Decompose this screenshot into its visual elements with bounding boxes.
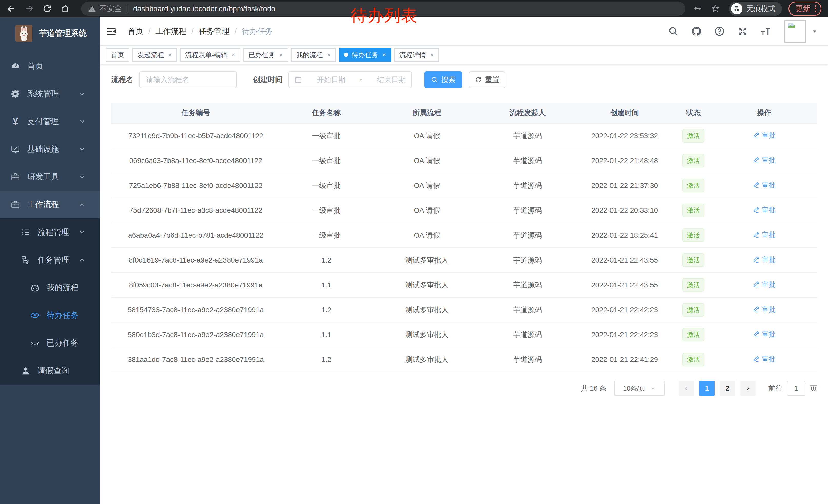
robot-icon [30, 283, 40, 292]
goto-page-input[interactable]: 1 [787, 381, 805, 396]
pagination: 共 16 条 10条/页 12 前往 1 页 [111, 381, 817, 396]
process-name-input[interactable]: 请输入流程名 [139, 71, 237, 88]
close-icon[interactable]: × [168, 52, 172, 58]
edit-icon [753, 331, 762, 338]
process-name: OA 请假 [372, 156, 482, 166]
approve-link[interactable]: 审批 [753, 155, 776, 165]
initiator: 芋道源码 [482, 205, 574, 215]
caret-down-icon[interactable] [811, 28, 818, 35]
close-icon[interactable]: × [279, 52, 283, 58]
sidebar-item-infra[interactable]: 基础设施 [0, 135, 100, 163]
initiator: 芋道源码 [482, 181, 574, 190]
search-button[interactable]: 搜索 [424, 71, 462, 88]
approve-link[interactable]: 审批 [753, 280, 776, 289]
initiator: 芋道源码 [482, 330, 574, 340]
task-id: 580e1b3d-7ac8-11ec-a9e2-a2380e71991a [111, 331, 280, 339]
create-time: 2022-01-22 21:48:48 [574, 156, 676, 165]
sidebar-item-process-mgmt[interactable]: 流程管理 [0, 218, 100, 246]
fullscreen-icon[interactable] [737, 26, 748, 37]
sidebar-item-home[interactable]: 首页 [0, 52, 100, 80]
edit-icon [753, 256, 762, 263]
process-name: OA 请假 [372, 181, 482, 190]
approve-link[interactable]: 审批 [753, 305, 776, 314]
edit-icon [753, 156, 762, 164]
table-row: a6aba0a4-7b6d-11ec-b781-acde48001122一级审批… [111, 223, 817, 247]
create-time: 2022-01-21 22:42:23 [574, 331, 676, 339]
tab-待办任务[interactable]: 待办任务× [339, 48, 391, 61]
approve-link[interactable]: 审批 [753, 255, 776, 264]
breadcrumb-item[interactable]: 工作流程 [156, 26, 186, 37]
close-icon[interactable]: × [430, 52, 434, 58]
menu-dots-icon[interactable] [815, 5, 817, 12]
sidebar-item-my-process[interactable]: 我的流程 [0, 274, 100, 302]
sidebar-item-task-mgmt[interactable]: 任务管理 [0, 246, 100, 274]
create-time: 2022-01-22 20:33:10 [574, 207, 676, 215]
create-time-label: 创建时间 [253, 75, 283, 85]
reset-button[interactable]: 重置 [469, 71, 505, 88]
close-icon[interactable]: × [382, 52, 386, 58]
tab-已办任务[interactable]: 已办任务× [243, 48, 288, 61]
approve-link[interactable]: 审批 [753, 355, 776, 364]
reload-icon[interactable] [43, 4, 53, 14]
status-cell: 激活 [676, 154, 711, 168]
status-cell: 激活 [676, 353, 711, 366]
breadcrumb-item[interactable]: 任务管理 [199, 26, 230, 37]
tab-发起流程[interactable]: 发起流程× [132, 48, 177, 61]
github-icon[interactable] [691, 26, 702, 37]
logo[interactable]: 芋道管理系统 [0, 21, 100, 46]
star-icon[interactable] [711, 4, 720, 13]
font-size-icon[interactable] [760, 26, 771, 37]
status-cell: 激活 [676, 303, 711, 317]
tree-icon [20, 255, 31, 265]
status-badge: 激活 [682, 129, 704, 142]
action-cell: 审批 [711, 280, 817, 290]
tab-流程表单-编辑[interactable]: 流程表单-编辑× [180, 48, 240, 61]
action-cell: 审批 [711, 205, 817, 215]
next-page-button[interactable] [740, 381, 756, 396]
approve-link[interactable]: 审批 [753, 330, 776, 339]
process-name-label: 流程名 [111, 75, 133, 85]
task-name: 1.1 [280, 281, 372, 289]
avatar[interactable] [784, 20, 806, 43]
status-badge: 激活 [682, 253, 704, 267]
sidebar-item-done-task[interactable]: 已办任务 [0, 329, 100, 357]
sidebar-item-system[interactable]: 系统管理 [0, 80, 100, 108]
approve-link[interactable]: 审批 [753, 131, 776, 140]
tab-流程详情[interactable]: 流程详情× [394, 48, 439, 61]
page-button-2[interactable]: 2 [720, 381, 735, 396]
task-id: 8f059c03-7ac8-11ec-a9e2-a2380e71991a [111, 281, 280, 289]
home-icon[interactable] [60, 4, 71, 14]
update-button[interactable]: 更新 [788, 2, 821, 16]
sidebar-item-workflow[interactable]: 工作流程 [0, 191, 100, 218]
chevron-down-icon [79, 90, 86, 97]
help-icon[interactable] [714, 26, 725, 37]
sidebar-item-leave-query[interactable]: 请假查询 [0, 357, 100, 384]
prev-page-button[interactable] [679, 381, 694, 396]
search-icon[interactable] [668, 26, 679, 37]
url-text: dashboard.yudao.iocoder.cn/bpm/task/todo [133, 5, 276, 13]
sidebar-item-todo-task[interactable]: 待办任务 [0, 302, 100, 329]
tab-首页[interactable]: 首页 [106, 48, 129, 61]
sidebar-collapse-icon[interactable] [106, 25, 119, 38]
end-date-placeholder: 结束日期 [377, 75, 406, 85]
page-button-1[interactable]: 1 [699, 381, 715, 396]
close-icon[interactable]: × [232, 52, 235, 58]
tab-我的流程[interactable]: 我的流程× [291, 48, 336, 61]
sidebar-item-payment[interactable]: ¥支付管理 [0, 108, 100, 135]
date-range-input[interactable]: 开始日期 - 结束日期 [288, 71, 412, 88]
sidebar-item-devtools[interactable]: 研发工具 [0, 163, 100, 191]
back-icon[interactable] [7, 4, 17, 14]
approve-link[interactable]: 审批 [753, 230, 776, 239]
page-size-select[interactable]: 10条/页 [614, 381, 665, 396]
forward-icon[interactable] [25, 4, 35, 14]
breadcrumb-item[interactable]: 首页 [128, 26, 143, 37]
process-name-placeholder: 请输入流程名 [146, 75, 189, 85]
key-icon[interactable] [693, 4, 702, 13]
approve-link[interactable]: 审批 [753, 205, 776, 215]
column-header: 任务名称 [280, 108, 372, 118]
close-icon[interactable]: × [327, 52, 331, 58]
main-area: 首页/工作流程/任务管理/待办任务 首页发起流程×流程表单-编辑×已办任 [100, 17, 828, 504]
approve-link[interactable]: 审批 [753, 180, 776, 190]
task-name: 一级审批 [280, 205, 372, 215]
sidebar: 芋道管理系统 首页系统管理¥支付管理基础设施研发工具工作流程流程管理任务管理我的… [0, 17, 100, 504]
